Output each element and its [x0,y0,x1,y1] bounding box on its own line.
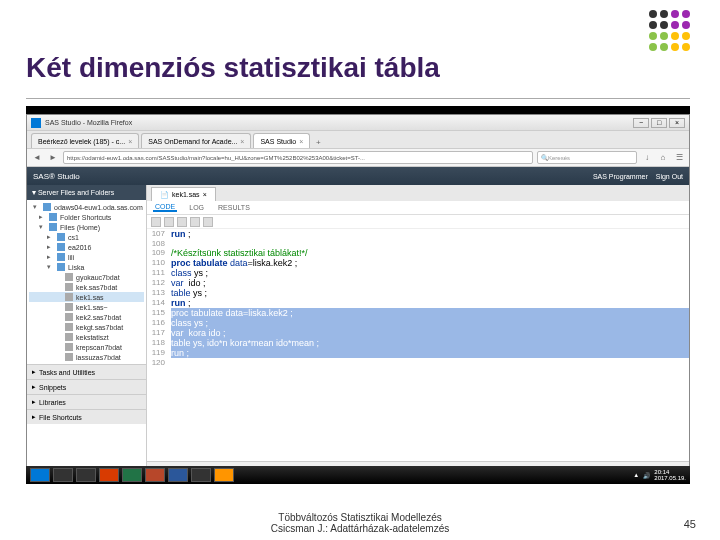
browser-window: SAS Studio - Mozilla Firefox − □ × Beérk… [26,114,690,474]
window-title: SAS Studio - Mozilla Firefox [45,119,132,126]
tree-item[interactable]: ▸Folder Shortcuts [29,212,144,222]
slide-logo [649,10,690,51]
sidebar-section[interactable]: ▸Snippets [27,379,146,394]
tree-item[interactable]: kek2.sas7bdat [29,312,144,322]
close-button[interactable]: × [669,118,685,128]
home-icon[interactable]: ⌂ [657,152,669,164]
tree-item[interactable]: kekstatiszt [29,332,144,342]
tray-icon[interactable]: 🔊 [643,472,650,479]
editor-tab[interactable]: 📄 kek1.sas × [151,187,216,201]
sign-out-link[interactable]: Sign Out [656,173,683,180]
sidebar-section[interactable]: ▸Libraries [27,394,146,409]
save-icon[interactable] [164,217,174,227]
tree-item[interactable]: gyokauc7bdat [29,272,144,282]
code-editor[interactable]: 107run ;108109/*Készítsünk statisztikai … [147,229,689,461]
sub-tab-code[interactable]: CODE [153,203,177,212]
sub-tab-results[interactable]: RESULTS [216,204,252,211]
clock[interactable]: 20:142017.05.19. [654,469,686,481]
taskbar-app[interactable] [99,468,119,482]
decoration [26,106,690,114]
taskbar-app[interactable] [76,468,96,482]
taskbar-app[interactable] [191,468,211,482]
back-button[interactable]: ◄ [31,152,43,164]
tab-sas-studio[interactable]: SAS Studio× [253,133,310,148]
minimize-button[interactable]: − [633,118,649,128]
page-number: 45 [684,518,696,530]
sidebar: ▾ Server Files and Folders ▾odaws04-euw1… [27,185,147,473]
tree-item[interactable]: krepscan7bdat [29,342,144,352]
tree-item[interactable]: ▾odaws04-euw1.oda.sas.com [29,202,144,212]
taskbar-app[interactable] [53,468,73,482]
slide-title: Két dimenziós statisztikai tábla [26,52,440,84]
taskbar-app[interactable] [214,468,234,482]
start-button[interactable] [30,468,50,482]
tool-icon[interactable] [203,217,213,227]
search-input[interactable]: 🔍 Keresés [537,151,637,164]
tab-ondemand[interactable]: SAS OnDemand for Acade...× [141,133,251,148]
tree-item[interactable]: ▸lili [29,252,144,262]
divider [26,98,690,99]
tree-item[interactable]: kekgt.sas7bdat [29,322,144,332]
browser-tabs: Beérkező levelek (185) - c...× SAS OnDem… [27,131,689,149]
tool-icon[interactable] [190,217,200,227]
menu-icon[interactable]: ☰ [673,152,685,164]
tree-item[interactable]: lassuzas7bdat [29,352,144,362]
tree-item[interactable]: ▾Liska [29,262,144,272]
decoration: ▲ 🔊 20:142017.05.19. [26,474,690,484]
download-icon[interactable]: ↓ [641,152,653,164]
new-tab-button[interactable]: + [312,136,324,148]
taskbar-app[interactable] [168,468,188,482]
tree-item[interactable]: ▸ea2016 [29,242,144,252]
firefox-icon [31,118,41,128]
tree-item[interactable]: ▾Files (Home) [29,222,144,232]
slide-footer: Többváltozós Statisztikai Modellezés Csi… [0,512,720,534]
tree-item[interactable]: kek1.sas [29,292,144,302]
sidebar-section[interactable]: ▸Tasks and Utilities [27,364,146,379]
run-icon[interactable] [151,217,161,227]
close-icon[interactable]: × [240,138,244,145]
forward-button[interactable]: ► [47,152,59,164]
close-icon[interactable]: × [128,138,132,145]
tree-item[interactable]: kek.sas7bdat [29,282,144,292]
address-bar[interactable]: https://odamid-euw1.oda.sas.com/SASStudi… [63,151,533,164]
tool-icon[interactable] [177,217,187,227]
tray-icon[interactable]: ▲ [633,472,639,478]
maximize-button[interactable]: □ [651,118,667,128]
taskbar-app[interactable] [122,468,142,482]
tree-item[interactable]: kek1.sas~ [29,302,144,312]
sub-tab-log[interactable]: LOG [187,204,206,211]
taskbar-app[interactable] [145,468,165,482]
sas-logo: SAS® Studio [33,172,80,181]
tab-inbox[interactable]: Beérkező levelek (185) - c...× [31,133,139,148]
sidebar-section[interactable]: ▸File Shortcuts [27,409,146,424]
editor-toolbar [147,215,689,229]
sas-programmer-link[interactable]: SAS Programmer [593,173,648,180]
tree-item[interactable]: ▸cs1 [29,232,144,242]
sidebar-header-files[interactable]: ▾ Server Files and Folders [27,185,146,200]
close-icon[interactable]: × [299,138,303,145]
